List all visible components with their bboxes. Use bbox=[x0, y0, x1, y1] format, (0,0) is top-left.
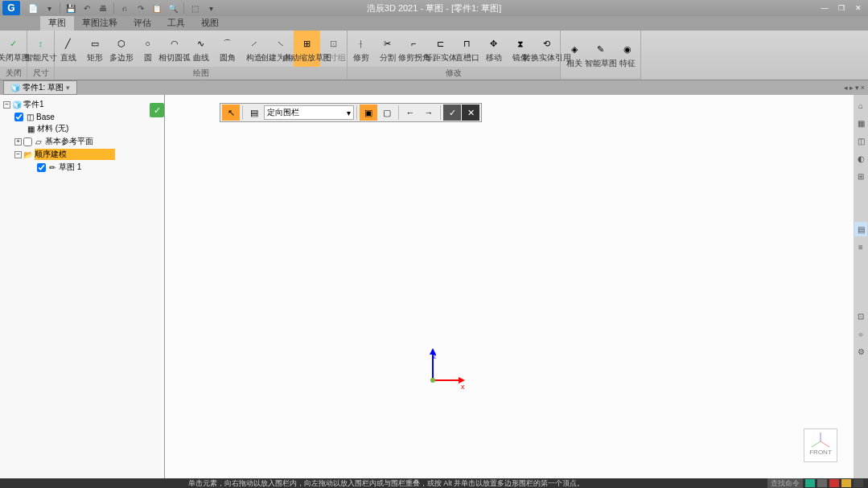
tree-refplane[interactable]: + ▱ 基本参考平面 bbox=[3, 135, 161, 148]
ribbon-group-label: 修改 bbox=[348, 67, 560, 80]
tab-tools[interactable]: 工具 bbox=[159, 15, 193, 31]
rsb-layers-icon[interactable]: ▤ bbox=[854, 222, 867, 236]
select-mode-button[interactable]: ↖ bbox=[222, 105, 240, 121]
dropdown2-icon[interactable]: ▾ bbox=[204, 2, 218, 14]
tree-base[interactable]: ◫ Base bbox=[3, 111, 161, 122]
tangent-arc-button[interactable]: ◠相切圆弧 bbox=[161, 31, 187, 67]
expander-icon[interactable]: − bbox=[3, 101, 10, 109]
command-search[interactable]: 查找命令 bbox=[767, 478, 803, 489]
rect-button[interactable]: ▭矩形 bbox=[81, 31, 108, 67]
tree-seqmodel[interactable]: − 📂 顺序建模 bbox=[3, 148, 161, 161]
relations-icon: ◈ bbox=[566, 41, 582, 57]
features-icon: ◉ bbox=[619, 41, 636, 57]
rsb-relations-icon[interactable]: ⊡ bbox=[854, 309, 867, 323]
select-icon[interactable]: ⬚ bbox=[187, 2, 202, 14]
print-icon[interactable]: 🖶 bbox=[96, 2, 110, 14]
status-chip-1[interactable] bbox=[805, 479, 815, 487]
tree-material[interactable]: ▦ 材料 (无) bbox=[3, 122, 161, 135]
undo2-icon[interactable]: ⎌ bbox=[117, 2, 132, 14]
fillet-button[interactable]: ⌒圆角 bbox=[214, 31, 241, 67]
move-icon: ✥ bbox=[486, 35, 502, 51]
dropdown-icon[interactable]: ▾ bbox=[42, 2, 56, 14]
fence-type-combo[interactable]: 定向围栏 ▾ bbox=[264, 105, 354, 120]
nav-menu-icon[interactable]: ▾ bbox=[855, 84, 859, 92]
smart-dim-label: 智能尺寸 bbox=[25, 53, 57, 62]
rsb-settings-icon[interactable]: ⚙ bbox=[854, 344, 867, 359]
sketch-icon: ✏ bbox=[47, 162, 57, 172]
paste-icon[interactable]: 📋 bbox=[150, 2, 164, 14]
filter-button[interactable]: ▤ bbox=[245, 105, 263, 121]
prev-button[interactable]: ← bbox=[401, 105, 419, 121]
save-icon[interactable]: 💾 bbox=[64, 2, 78, 14]
nav-close-icon[interactable]: × bbox=[861, 84, 865, 92]
status-chip-3[interactable] bbox=[829, 479, 839, 487]
base-checkbox[interactable] bbox=[14, 113, 23, 121]
split-button[interactable]: ✂分割 bbox=[374, 31, 401, 67]
spline-button[interactable]: ∿曲线 bbox=[187, 31, 214, 67]
tab-annotation[interactable]: 草图注释 bbox=[74, 15, 125, 31]
tab-sketch[interactable]: 草图 bbox=[40, 15, 74, 31]
next-button[interactable]: → bbox=[420, 105, 438, 121]
refplane-checkbox[interactable] bbox=[23, 137, 32, 146]
status-chip-4[interactable] bbox=[841, 479, 851, 487]
nav-right-icon[interactable]: ▸ bbox=[849, 84, 854, 92]
restore-button[interactable]: ❐ bbox=[833, 2, 849, 14]
close-button[interactable]: ✕ bbox=[850, 2, 866, 14]
rsb-shade-icon[interactable]: ◐ bbox=[854, 151, 867, 166]
trim-button[interactable]: ⟊修剪 bbox=[348, 31, 374, 67]
relations-button[interactable]: ◈相关 bbox=[561, 31, 587, 78]
view-cube[interactable]: FRONT bbox=[804, 429, 837, 462]
redo-icon[interactable]: ↷ bbox=[134, 2, 148, 14]
auto-scale-button[interactable]: ⊞自动缩放草图 bbox=[294, 31, 320, 67]
ribbon-group: ◈相关✎智能草图◉特征 bbox=[561, 31, 641, 80]
tab-view[interactable]: 视图 bbox=[193, 15, 227, 31]
slot-icon: ⊓ bbox=[459, 35, 475, 51]
ribbon: ✓关闭草图关闭↕智能尺寸尺寸╱直线▭矩形⬡多边形○圆◠相切圆弧∿曲线⌒圆角⟋构造… bbox=[0, 31, 868, 80]
sketch1-checkbox[interactable] bbox=[37, 163, 46, 172]
polygon-button[interactable]: ⬡多边形 bbox=[108, 31, 134, 67]
line-icon: ╱ bbox=[60, 35, 76, 51]
features-label: 特征 bbox=[619, 59, 636, 68]
doc-icon: 🧊 bbox=[10, 84, 20, 92]
expander-icon[interactable]: − bbox=[14, 151, 22, 158]
tree-sketch1[interactable]: ✏ 草图 1 bbox=[3, 161, 161, 174]
tree-root[interactable]: − 🧊 零件1 bbox=[3, 98, 161, 111]
part-icon: 🧊 bbox=[12, 100, 22, 109]
circle-button[interactable]: ○圆 bbox=[134, 31, 161, 67]
features-button[interactable]: ◉特征 bbox=[614, 31, 640, 78]
rsb-collapse-icon[interactable]: ≡ bbox=[854, 240, 867, 254]
rsb-box-icon[interactable]: ◫ bbox=[854, 133, 867, 148]
accept-button[interactable]: ✓ bbox=[443, 105, 461, 121]
close-sketch-button[interactable]: ✓关闭草图 bbox=[0, 31, 27, 67]
fillet-label: 圆角 bbox=[220, 53, 236, 62]
status-chip-2[interactable] bbox=[817, 479, 827, 487]
smart-sketch-button[interactable]: ✎智能草图 bbox=[587, 31, 614, 78]
status-chip-5[interactable] bbox=[854, 479, 863, 487]
fence-inside-button[interactable]: ▣ bbox=[360, 105, 377, 121]
convert-button[interactable]: ⟲转换实体引用 bbox=[533, 31, 560, 67]
new-file-icon[interactable]: 📄 bbox=[26, 2, 40, 14]
find-icon[interactable]: 🔍 bbox=[166, 2, 180, 14]
nav-left-icon[interactable]: ◂ bbox=[844, 84, 848, 92]
line-button[interactable]: ╱直线 bbox=[55, 31, 81, 67]
slot-button[interactable]: ⊓直槽口 bbox=[454, 31, 480, 67]
spline-icon: ∿ bbox=[193, 35, 209, 51]
move-button[interactable]: ✥移动 bbox=[480, 31, 507, 67]
fence-overlap-button[interactable]: ▢ bbox=[378, 105, 396, 121]
offset-button[interactable]: ⊏等距实体 bbox=[427, 31, 454, 67]
close-doc-icon[interactable]: ▾ bbox=[66, 84, 70, 92]
tab-evaluate[interactable]: 评估 bbox=[125, 15, 159, 31]
rsb-wire-icon[interactable]: ⊞ bbox=[854, 169, 867, 183]
minimize-button[interactable]: — bbox=[817, 2, 833, 14]
rsb-views-icon[interactable]: ▦ bbox=[854, 116, 867, 130]
rsb-dims-icon[interactable]: ⟐ bbox=[854, 326, 867, 341]
accept-tree-button[interactable]: ✓ bbox=[150, 103, 164, 117]
document-tab[interactable]: 🧊 零件1: 草图 ▾ bbox=[3, 80, 77, 95]
cancel-button[interactable]: ✕ bbox=[462, 105, 479, 121]
undo-icon[interactable]: ↶ bbox=[80, 2, 94, 14]
drawing-canvas[interactable]: ↖ ▤ 定向围栏 ▾ ▣ ▢ ← → ✓ ✕ bbox=[165, 95, 854, 478]
trim-corner-button[interactable]: ⌐修剪拐角 bbox=[401, 31, 427, 67]
smart-dim-button[interactable]: ↕智能尺寸 bbox=[27, 31, 54, 67]
expander-icon[interactable]: + bbox=[14, 138, 22, 146]
rsb-home-icon[interactable]: ⌂ bbox=[854, 98, 867, 113]
